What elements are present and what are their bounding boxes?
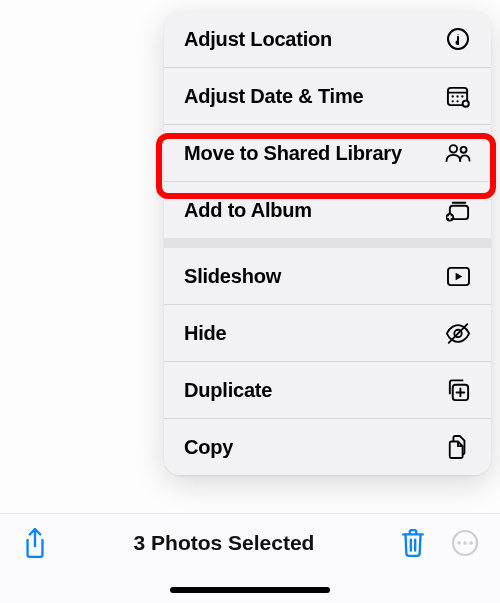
menu-item-add-to-album[interactable]: Add to Album (164, 182, 491, 238)
menu-item-duplicate[interactable]: Duplicate (164, 362, 491, 418)
bottom-toolbar: 3 Photos Selected (0, 513, 500, 603)
svg-point-11 (461, 146, 467, 152)
share-button[interactable] (18, 526, 52, 560)
menu-item-adjust-date-time[interactable]: Adjust Date & Time (164, 68, 491, 124)
menu-item-move-to-shared-library[interactable]: Move to Shared Library (164, 125, 491, 181)
svg-point-19 (457, 541, 461, 545)
menu-item-hide[interactable]: Hide (164, 305, 491, 361)
menu-item-copy[interactable]: Copy (164, 419, 491, 475)
menu-item-label: Adjust Date & Time (184, 85, 363, 108)
trash-button[interactable] (396, 526, 430, 560)
svg-point-7 (456, 100, 458, 102)
people-icon (445, 140, 471, 166)
menu-item-adjust-location[interactable]: Adjust Location (164, 11, 491, 67)
menu-item-label: Hide (184, 322, 227, 345)
location-pin-info-icon (445, 26, 471, 52)
duplicate-icon (445, 377, 471, 403)
home-indicator (170, 587, 330, 593)
svg-point-20 (463, 541, 467, 545)
menu-item-label: Copy (184, 436, 233, 459)
svg-point-5 (461, 95, 463, 97)
separator-thick (164, 238, 491, 248)
copy-doc-icon (445, 434, 471, 460)
menu-item-label: Slideshow (184, 265, 281, 288)
menu-item-label: Add to Album (184, 199, 312, 222)
menu-item-slideshow[interactable]: Slideshow (164, 248, 491, 304)
eye-slash-icon (445, 320, 471, 346)
calendar-adjust-icon (445, 83, 471, 109)
toolbar-right-group (396, 526, 482, 560)
svg-point-10 (450, 145, 457, 152)
svg-point-3 (451, 95, 453, 97)
toolbar-title: 3 Photos Selected (134, 531, 315, 555)
svg-point-9 (463, 101, 467, 105)
menu-item-label: Adjust Location (184, 28, 332, 51)
menu-item-label: Move to Shared Library (184, 142, 402, 165)
svg-point-21 (469, 541, 473, 545)
action-menu: Adjust Location Adjust Date & Time (164, 11, 491, 475)
play-rectangle-icon (445, 263, 471, 289)
more-button[interactable] (448, 526, 482, 560)
svg-point-6 (451, 100, 453, 102)
svg-point-4 (456, 95, 458, 97)
album-add-icon (445, 197, 471, 223)
menu-item-label: Duplicate (184, 379, 272, 402)
